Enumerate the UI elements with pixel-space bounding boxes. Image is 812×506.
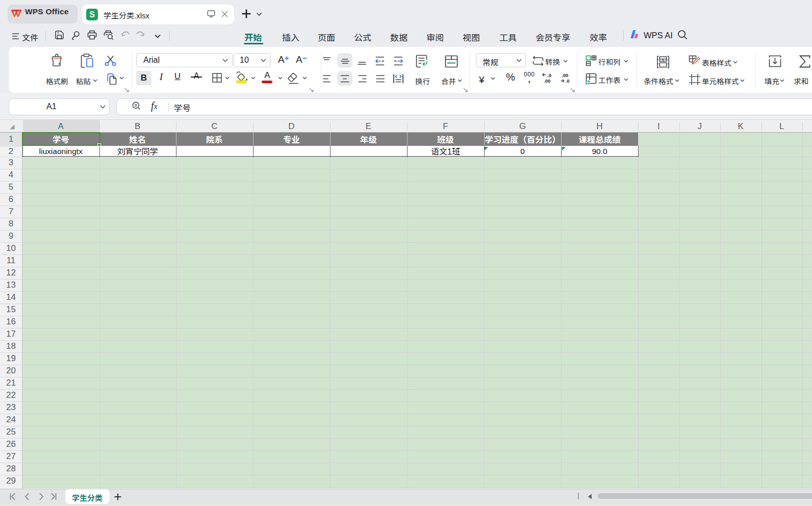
svg-text:.00: .00 xyxy=(544,78,550,84)
svg-text:.00: .00 xyxy=(562,72,568,78)
svg-text:.0: .0 xyxy=(566,78,570,84)
svg-text:.0: .0 xyxy=(547,72,551,78)
